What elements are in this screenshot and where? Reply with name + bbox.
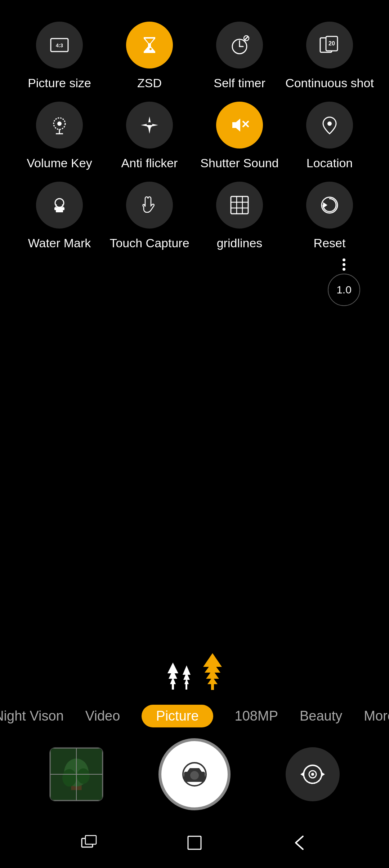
setting-picture-size[interactable]: 4:3 Picture size — [14, 22, 104, 91]
svg-line-8 — [245, 36, 248, 40]
svg-rect-21 — [56, 210, 63, 212]
anti-flicker-icon — [126, 102, 173, 149]
mode-more[interactable]: More — [364, 705, 389, 727]
recent-apps-button[interactable] — [76, 830, 102, 855]
flip-camera-button[interactable] — [286, 747, 340, 801]
version-bubble[interactable]: 1.0 — [328, 258, 360, 306]
self-timer-icon — [216, 22, 263, 68]
zsd-label: ZSD — [137, 75, 162, 91]
svg-point-58 — [311, 773, 314, 776]
water-mark-icon — [36, 182, 83, 229]
recent-apps-icon — [78, 832, 100, 854]
setting-self-timer[interactable]: Self timer — [194, 22, 285, 91]
svg-point-48 — [62, 769, 76, 787]
home-icon — [184, 832, 205, 854]
mode-108mp[interactable]: 108MP — [235, 705, 278, 727]
svg-point-14 — [57, 121, 62, 126]
back-icon — [289, 832, 311, 854]
setting-touch-capture[interactable]: Touch Capture — [104, 182, 194, 251]
reset-label: Reset — [314, 235, 346, 251]
settings-panel: 4:3 Picture size ZSD — [0, 0, 389, 313]
more-options-icon — [343, 258, 345, 271]
gridlines-icon — [216, 182, 263, 229]
viewfinder-scene — [0, 648, 389, 699]
mode-beauty[interactable]: Beauty — [300, 705, 342, 727]
tree-orange-icon — [202, 648, 223, 691]
svg-rect-61 — [188, 836, 201, 849]
mode-video[interactable]: Video — [85, 705, 120, 727]
gridlines-label: gridlines — [217, 235, 263, 251]
back-button[interactable] — [287, 830, 313, 855]
picture-size-label: Picture size — [28, 75, 91, 91]
navigation-bar — [0, 818, 389, 868]
gallery-thumbnail[interactable] — [49, 747, 103, 801]
svg-marker-56 — [322, 772, 325, 776]
self-timer-label: Self timer — [214, 75, 265, 91]
svg-marker-34 — [167, 663, 178, 673]
volume-key-label: Volume Key — [27, 155, 92, 171]
svg-point-2 — [149, 48, 152, 50]
continuous-shot-label: Continuous shot — [285, 75, 374, 91]
svg-marker-38 — [183, 665, 191, 675]
setting-reset[interactable]: Reset — [285, 182, 375, 251]
mode-night-vision[interactable]: Night Vison — [0, 705, 64, 727]
svg-text:20: 20 — [328, 40, 335, 46]
flip-camera-icon — [298, 760, 327, 789]
setting-zsd[interactable]: ZSD — [104, 22, 194, 91]
setting-water-mark[interactable]: Water Mark — [14, 182, 104, 251]
svg-point-49 — [77, 768, 90, 784]
zsd-icon — [126, 22, 173, 68]
svg-rect-35 — [172, 684, 174, 690]
continuous-shot-icon: 20 — [306, 22, 353, 68]
setting-volume-key[interactable]: Volume Key — [14, 102, 104, 171]
shutter-sound-icon — [216, 102, 263, 149]
settings-grid: 4:3 Picture size ZSD — [14, 22, 375, 251]
touch-capture-icon — [126, 182, 173, 229]
svg-marker-55 — [300, 772, 304, 776]
svg-rect-44 — [211, 684, 214, 690]
svg-text:4:3: 4:3 — [56, 43, 63, 48]
version-display: 1.0 — [328, 274, 360, 306]
setting-gridlines[interactable]: gridlines — [194, 182, 285, 251]
mode-bar: Night Vison Video Picture 108MP Beauty M… — [0, 705, 389, 727]
picture-size-icon: 4:3 — [36, 22, 83, 68]
setting-shutter-sound[interactable]: Shutter Sound — [194, 102, 285, 171]
home-button[interactable] — [182, 830, 207, 855]
version-area: 1.0 — [14, 258, 375, 306]
svg-point-54 — [190, 771, 199, 780]
mode-picture[interactable]: Picture — [142, 705, 213, 727]
shutter-button[interactable] — [158, 738, 231, 810]
tree-white-icon — [166, 652, 194, 691]
setting-anti-flicker[interactable]: Anti flicker — [104, 102, 194, 171]
shutter-sound-label: Shutter Sound — [200, 155, 278, 171]
location-icon — [306, 102, 353, 149]
reset-icon — [306, 182, 353, 229]
setting-continuous-shot[interactable]: 20 Continuous shot — [285, 22, 375, 91]
location-label: Location — [307, 155, 353, 171]
water-mark-label: Water Mark — [28, 235, 91, 251]
svg-rect-25 — [231, 196, 248, 214]
svg-rect-39 — [185, 684, 187, 690]
svg-marker-43 — [203, 653, 222, 667]
camera-shutter-icon — [178, 758, 211, 790]
svg-marker-31 — [323, 202, 327, 208]
touch-capture-label: Touch Capture — [109, 235, 189, 251]
bottom-controls — [0, 738, 389, 810]
svg-point-19 — [327, 121, 332, 126]
volume-key-icon — [36, 102, 83, 149]
setting-location[interactable]: Location — [285, 102, 375, 171]
svg-rect-60 — [85, 836, 96, 844]
anti-flicker-label: Anti flicker — [121, 155, 178, 171]
